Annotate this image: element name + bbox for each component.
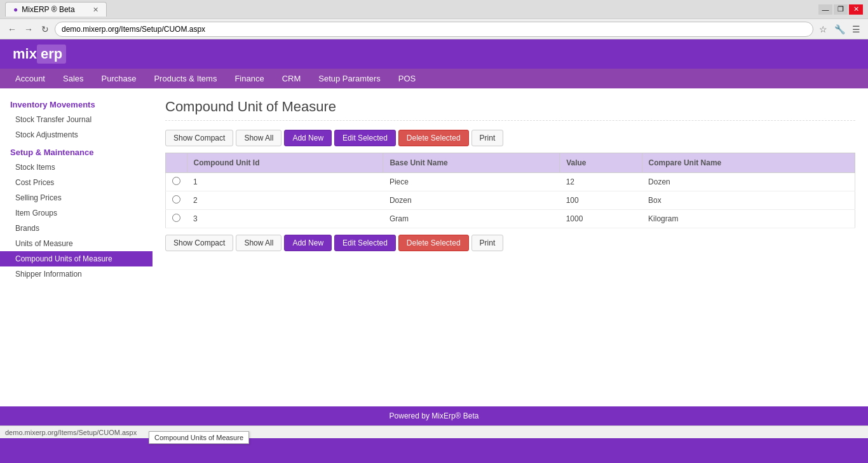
- row-1-id: 1: [187, 173, 383, 191]
- row-1-radio[interactable]: [172, 177, 180, 185]
- logo-erp: erp: [37, 45, 66, 64]
- sidebar-item-compound-units-of-measure[interactable]: Compound Units of Measure: [0, 251, 153, 266]
- address-bar[interactable]: [55, 22, 813, 37]
- close-button[interactable]: ✕: [849, 4, 863, 15]
- row-3-compare-unit: Kilogram: [642, 210, 855, 228]
- window-controls: — ❐ ✕: [818, 4, 863, 15]
- row-1-select[interactable]: [166, 173, 187, 191]
- col-value: Value: [560, 153, 642, 173]
- col-compound-unit-id: Compound Unit Id: [187, 153, 383, 173]
- tooltip-popup: Compound Units of Measure: [149, 431, 249, 438]
- bookmark-button[interactable]: ☆: [816, 22, 830, 36]
- table-row: 2 Dozen 100 Box: [166, 191, 855, 210]
- row-2-compare-unit: Box: [642, 191, 855, 210]
- add-new-button-top[interactable]: Add New: [284, 130, 332, 146]
- app-logo: mixerp: [13, 45, 66, 64]
- top-toolbar: Show Compact Show All Add New Edit Selec…: [165, 130, 855, 146]
- status-bar: demo.mixerp.org/Items/Setup/CUOM.aspx: [0, 425, 868, 438]
- row-1-compare-unit: Dozen: [642, 173, 855, 191]
- row-2-select[interactable]: [166, 191, 187, 210]
- show-compact-button-top[interactable]: Show Compact: [165, 130, 233, 146]
- nav-crm[interactable]: CRM: [273, 69, 310, 88]
- tab-close-button[interactable]: ✕: [93, 6, 98, 14]
- logo-mix: mix: [13, 46, 37, 62]
- sidebar-item-brands[interactable]: Brands: [0, 221, 153, 236]
- sidebar-item-units-of-measure[interactable]: Units of Measure: [0, 236, 153, 251]
- sidebar-section-setup: Setup & Maintenance: [0, 142, 153, 160]
- row-2-id: 2: [187, 191, 383, 210]
- col-select: [166, 153, 187, 173]
- sidebar-section-inventory: Inventory Movements: [0, 95, 153, 112]
- reload-button[interactable]: ↻: [38, 22, 52, 36]
- table-row: 1 Piece 12 Dozen: [166, 173, 855, 191]
- sidebar: Inventory Movements Stock Transfer Journ…: [0, 88, 153, 406]
- minimize-button[interactable]: —: [818, 4, 832, 15]
- tooltip-text: Compound Units of Measure: [154, 434, 243, 438]
- row-3-id: 3: [187, 210, 383, 228]
- table-body: 1 Piece 12 Dozen 2 Dozen 100 Box 3 Gram …: [166, 173, 855, 228]
- row-3-base-unit: Gram: [383, 210, 560, 228]
- show-compact-button-bottom[interactable]: Show Compact: [165, 235, 233, 251]
- delete-selected-button-top[interactable]: Delete Selected: [398, 130, 469, 146]
- row-3-select[interactable]: [166, 210, 187, 228]
- col-compare-unit-name: Compare Unit Name: [642, 153, 855, 173]
- print-button-top[interactable]: Print: [471, 130, 504, 146]
- forward-button[interactable]: →: [22, 22, 36, 36]
- extensions-button[interactable]: 🔧: [832, 22, 846, 36]
- row-2-value: 100: [560, 191, 642, 210]
- browser-tab[interactable]: ● MixERP ® Beta ✕: [5, 2, 107, 17]
- nav-account[interactable]: Account: [6, 69, 54, 88]
- sidebar-item-cost-prices[interactable]: Cost Prices: [0, 175, 153, 190]
- sidebar-item-stock-items[interactable]: Stock Items: [0, 160, 153, 175]
- back-button[interactable]: ←: [5, 22, 19, 36]
- sidebar-item-stock-transfer-journal[interactable]: Stock Transfer Journal: [0, 112, 153, 127]
- nav-sales[interactable]: Sales: [54, 69, 93, 88]
- edit-selected-button-top[interactable]: Edit Selected: [334, 130, 396, 146]
- footer-text: Powered by MixErp® Beta: [390, 411, 479, 420]
- table-header-row: Compound Unit Id Base Unit Name Value Co…: [166, 153, 855, 173]
- nav-purchase[interactable]: Purchase: [93, 69, 146, 88]
- row-2-base-unit: Dozen: [383, 191, 560, 210]
- page-title: Compound Unit of Measure: [165, 99, 855, 121]
- table-header: Compound Unit Id Base Unit Name Value Co…: [166, 153, 855, 173]
- row-3-radio[interactable]: [172, 214, 180, 222]
- tab-icon: ●: [13, 5, 18, 14]
- nav-products-items[interactable]: Products & Items: [145, 69, 226, 88]
- browser-titlebar: ● MixERP ® Beta ✕ — ❐ ✕: [0, 0, 868, 19]
- browser-chrome: ● MixERP ® Beta ✕ — ❐ ✕ ← → ↻ ☆ 🔧 ☰: [0, 0, 868, 39]
- data-table: Compound Unit Id Base Unit Name Value Co…: [165, 153, 855, 228]
- app-header: mixerp: [0, 39, 868, 69]
- delete-selected-button-bottom[interactable]: Delete Selected: [398, 235, 469, 251]
- edit-selected-button-bottom[interactable]: Edit Selected: [334, 235, 396, 251]
- main-layout: Inventory Movements Stock Transfer Journ…: [0, 88, 868, 406]
- bottom-toolbar: Show Compact Show All Add New Edit Selec…: [165, 235, 855, 251]
- row-3-value: 1000: [560, 210, 642, 228]
- col-base-unit-name: Base Unit Name: [383, 153, 560, 173]
- row-2-radio[interactable]: [172, 195, 180, 204]
- sidebar-item-shipper-information[interactable]: Shipper Information: [0, 266, 153, 282]
- sidebar-item-selling-prices[interactable]: Selling Prices: [0, 190, 153, 205]
- sidebar-item-item-groups[interactable]: Item Groups: [0, 205, 153, 221]
- nav-pos[interactable]: POS: [390, 69, 424, 88]
- add-new-button-bottom[interactable]: Add New: [284, 235, 332, 251]
- content-area: Compound Unit of Measure Show Compact Sh…: [153, 88, 868, 406]
- tab-title: MixERP ® Beta: [22, 5, 74, 14]
- nav-finance[interactable]: Finance: [226, 69, 273, 88]
- print-button-bottom[interactable]: Print: [471, 235, 504, 251]
- table-row: 3 Gram 1000 Kilogram: [166, 210, 855, 228]
- status-url: demo.mixerp.org/Items/Setup/CUOM.aspx: [5, 429, 137, 436]
- row-1-base-unit: Piece: [383, 173, 560, 191]
- browser-toolbar: ← → ↻ ☆ 🔧 ☰: [0, 19, 868, 39]
- menu-button[interactable]: ☰: [849, 22, 863, 36]
- nav-bar: Account Sales Purchase Products & Items …: [0, 69, 868, 88]
- show-all-button-top[interactable]: Show All: [236, 130, 281, 146]
- maximize-button[interactable]: ❐: [834, 4, 848, 15]
- show-all-button-bottom[interactable]: Show All: [236, 235, 281, 251]
- footer: Powered by MixErp® Beta: [0, 406, 868, 425]
- nav-setup-paramters[interactable]: Setup Paramters: [309, 69, 390, 88]
- sidebar-item-stock-adjustments[interactable]: Stock Adjustments: [0, 127, 153, 142]
- row-1-value: 12: [560, 173, 642, 191]
